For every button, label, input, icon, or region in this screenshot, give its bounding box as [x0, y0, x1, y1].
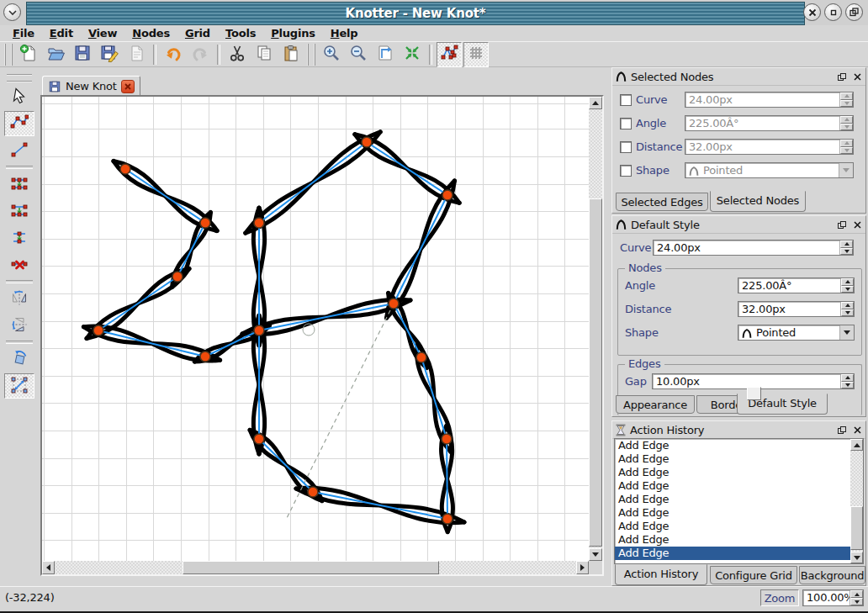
- horizontal-scroll-thumb[interactable]: [183, 561, 439, 574]
- new-file-button[interactable]: [16, 42, 41, 67]
- float-panel-button[interactable]: [836, 425, 848, 436]
- graph-node[interactable]: [200, 218, 210, 228]
- copy-button[interactable]: [251, 42, 277, 67]
- toolbar-grip[interactable]: [4, 44, 13, 66]
- close-panel-button[interactable]: [851, 219, 863, 230]
- graph-node[interactable]: [362, 137, 372, 147]
- action-history-panel-titlebar[interactable]: Action History: [612, 421, 865, 439]
- graph-edge[interactable]: [447, 439, 447, 519]
- curve-checkbox[interactable]: [620, 94, 632, 106]
- edit-graph-tool-button[interactable]: [4, 111, 34, 136]
- curve-spinbox[interactable]: 24.00px: [653, 240, 854, 256]
- spin-up-button[interactable]: [841, 278, 854, 286]
- graph-edge[interactable]: [259, 439, 313, 492]
- create-edge-tool-button[interactable]: [4, 138, 34, 163]
- graph-edge[interactable]: [367, 142, 447, 195]
- mirror-horizontal-tool-button[interactable]: [4, 286, 34, 311]
- spin-down-button[interactable]: [840, 147, 853, 155]
- shape-combobox[interactable]: Pointed: [685, 162, 854, 178]
- menu-tools[interactable]: Tools: [218, 26, 263, 41]
- spin-down-button[interactable]: [841, 286, 854, 293]
- mirror-vertical-tool-button[interactable]: [4, 313, 34, 338]
- graph-edge[interactable]: [125, 169, 205, 223]
- spin-down-button[interactable]: [841, 309, 854, 317]
- float-panel-button[interactable]: [836, 71, 848, 82]
- default-style-panel-titlebar[interactable]: Default Style: [612, 216, 865, 234]
- graph-node[interactable]: [120, 164, 130, 174]
- spin-up-button[interactable]: [841, 302, 854, 309]
- rotate-tool-button[interactable]: [4, 346, 34, 372]
- history-item[interactable]: Add Edge: [615, 452, 863, 466]
- graph-edge[interactable]: [394, 304, 421, 357]
- menu-nodes[interactable]: Nodes: [124, 26, 177, 41]
- tab-background[interactable]: Background: [799, 566, 865, 584]
- toggle-graph-button[interactable]: [437, 42, 462, 67]
- graph-edge[interactable]: [98, 330, 205, 357]
- spin-up-button[interactable]: [840, 92, 853, 100]
- delete-node-tool-button[interactable]: [4, 252, 34, 277]
- zoom-out-button[interactable]: [346, 42, 371, 67]
- titlebar-strip[interactable]: Knotter - New Knot*: [26, 2, 805, 25]
- menu-plugins[interactable]: Plugins: [263, 26, 323, 41]
- tab-appearance[interactable]: Appearance: [616, 395, 695, 414]
- spin-down-button[interactable]: [840, 100, 853, 108]
- graph-edge[interactable]: [98, 277, 177, 330]
- document-tab-close-button[interactable]: [121, 80, 135, 93]
- angle-checkbox[interactable]: [620, 118, 632, 129]
- scroll-down-button[interactable]: [589, 548, 602, 561]
- shape-checkbox[interactable]: [620, 165, 632, 177]
- history-item[interactable]: Add Edge: [615, 466, 863, 479]
- history-item[interactable]: Add Edge: [615, 520, 863, 533]
- save-file-button[interactable]: [70, 42, 95, 67]
- close-panel-button[interactable]: [851, 425, 863, 436]
- cut-button[interactable]: [225, 42, 250, 67]
- menu-edit[interactable]: Edit: [42, 26, 81, 41]
- close-panel-button[interactable]: [851, 71, 863, 82]
- graph-node[interactable]: [308, 487, 318, 497]
- float-panel-button[interactable]: [836, 219, 848, 230]
- tab-action-history[interactable]: Action History: [615, 564, 707, 585]
- undo-button[interactable]: [161, 42, 186, 67]
- graph-node[interactable]: [172, 272, 183, 282]
- graph-edge[interactable]: [313, 492, 447, 519]
- scroll-up-button[interactable]: [850, 439, 863, 451]
- history-item[interactable]: Add Edge: [615, 506, 863, 520]
- angle-spinbox[interactable]: 225.00Â°: [738, 277, 855, 293]
- spin-down-button[interactable]: [840, 124, 853, 131]
- tab-selected-nodes[interactable]: Selected Nodes: [710, 191, 806, 212]
- scale-tool-button[interactable]: [4, 373, 34, 399]
- distance-checkbox[interactable]: [620, 141, 632, 153]
- graph-node[interactable]: [416, 352, 426, 362]
- distance-spinbox[interactable]: 32.00px: [685, 139, 854, 155]
- spin-down-button[interactable]: [840, 248, 853, 256]
- action-history-list[interactable]: Add EdgeAdd EdgeAdd EdgeAdd EdgeAdd Edge…: [614, 438, 864, 564]
- graph-node[interactable]: [442, 190, 453, 200]
- distance-spinbox[interactable]: 32.00px: [738, 301, 855, 317]
- canvas-vertical-scrollbar[interactable]: [589, 97, 602, 561]
- toggle-grid-button[interactable]: [463, 42, 489, 67]
- menu-file[interactable]: File: [5, 26, 42, 41]
- minimize-button[interactable]: [824, 3, 842, 21]
- canvas-horizontal-scrollbar[interactable]: [42, 561, 589, 574]
- document-tab[interactable]: New Knot: [42, 76, 140, 96]
- close-button[interactable]: [803, 3, 821, 21]
- merge-nodes-tool-button[interactable]: [4, 172, 34, 197]
- graph-node[interactable]: [254, 218, 264, 228]
- slide-slider-handle[interactable]: [747, 387, 761, 400]
- graph-edge[interactable]: [394, 195, 447, 304]
- scroll-down-button[interactable]: [850, 552, 863, 563]
- toolbar-grip[interactable]: [7, 74, 32, 82]
- spin-up-button[interactable]: [841, 374, 854, 382]
- menu-help[interactable]: Help: [323, 26, 366, 41]
- zoom-in-button[interactable]: [319, 42, 344, 67]
- graph-edge[interactable]: [177, 223, 205, 277]
- graph-node[interactable]: [200, 351, 210, 362]
- history-item[interactable]: Add Edge: [615, 479, 863, 493]
- open-file-button[interactable]: [43, 42, 68, 67]
- graph-node[interactable]: [254, 434, 264, 444]
- tab-configure-grid[interactable]: Configure Grid: [710, 566, 797, 584]
- scroll-up-button[interactable]: [589, 97, 602, 109]
- insert-node-tool-button[interactable]: [4, 225, 34, 251]
- select-tool-button[interactable]: [4, 84, 34, 109]
- graph-edge[interactable]: [421, 357, 447, 439]
